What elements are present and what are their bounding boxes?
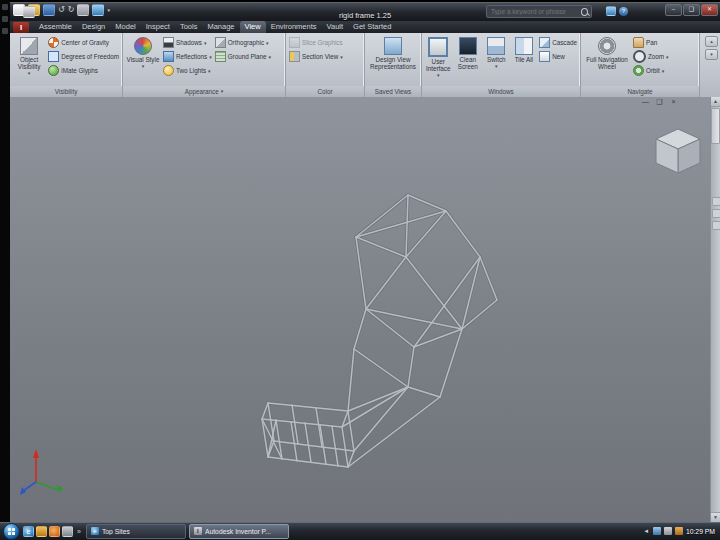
ribbon-minimize-button[interactable]: ▴ bbox=[705, 36, 718, 47]
chevron-down-icon: ▾ bbox=[209, 54, 212, 60]
reflections-label: Reflections bbox=[176, 53, 207, 60]
tab-view[interactable]: View bbox=[240, 21, 266, 33]
scrollbar-up-icon[interactable]: ▲ bbox=[711, 97, 720, 107]
full-navigation-wheel-button[interactable]: Full Navigation Wheel bbox=[584, 36, 630, 86]
ground-plane-button[interactable]: Ground Plane ▾ bbox=[215, 50, 271, 63]
user-interface-button[interactable]: User Interface ▾ bbox=[425, 36, 451, 86]
orbit-button[interactable]: Orbit ▾ bbox=[633, 64, 669, 77]
network-icon[interactable] bbox=[653, 527, 661, 535]
show-desktop-icon[interactable] bbox=[62, 526, 73, 537]
tile-all-button[interactable]: Tile All bbox=[512, 36, 537, 86]
doc-minimize-icon[interactable]: — bbox=[641, 98, 650, 106]
visual-style-button[interactable]: Visual Style ▾ bbox=[126, 36, 160, 86]
close-button[interactable]: ✕ bbox=[701, 4, 718, 16]
redo-icon[interactable]: ↻ bbox=[68, 5, 75, 15]
tab-inspect[interactable]: Inspect bbox=[141, 21, 175, 33]
tab-assemble[interactable]: Assemble bbox=[34, 21, 77, 33]
document-title: rigid frame 1.25 bbox=[339, 11, 391, 20]
tab-tools[interactable]: Tools bbox=[175, 21, 203, 33]
panel-label-appearance[interactable]: Appearance ▾ bbox=[123, 86, 285, 97]
search-icon[interactable] bbox=[581, 8, 588, 16]
switch-windows-icon bbox=[487, 37, 505, 55]
scrollbar-thumb[interactable] bbox=[711, 108, 720, 144]
undo-icon[interactable]: ↺ bbox=[58, 5, 65, 15]
reflections-button[interactable]: Reflections ▾ bbox=[163, 50, 212, 63]
navbar-wheel-icon[interactable] bbox=[712, 197, 720, 206]
tab-get-started[interactable]: Get Started bbox=[348, 21, 396, 33]
pan-button[interactable]: Pan bbox=[633, 36, 669, 49]
chevron-down-icon: ▾ bbox=[437, 73, 440, 78]
chevron-down-icon: ▾ bbox=[269, 54, 272, 60]
tab-environments[interactable]: Environments bbox=[266, 21, 322, 33]
ground-plane-icon bbox=[215, 51, 226, 62]
imate-glyphs-icon bbox=[48, 65, 59, 76]
volume-icon[interactable] bbox=[664, 527, 672, 535]
degrees-of-freedom-label: Degrees of Freedom bbox=[61, 53, 119, 60]
clean-screen-icon bbox=[459, 37, 477, 55]
quick-launch-media-icon[interactable] bbox=[49, 526, 60, 537]
pan-label: Pan bbox=[646, 39, 657, 46]
tab-manage[interactable]: Manage bbox=[202, 21, 239, 33]
tray-collapse-icon[interactable]: ◂ bbox=[644, 527, 648, 535]
iproperties-icon[interactable] bbox=[92, 4, 104, 16]
clean-screen-button[interactable]: Clean Screen bbox=[454, 36, 480, 86]
design-view-representations-button[interactable]: Design View Representations bbox=[368, 36, 418, 86]
center-of-gravity-button[interactable]: Center of Gravity bbox=[48, 36, 119, 49]
taskbar-button-inventor[interactable]: I Autodesk Inventor P... bbox=[189, 524, 289, 539]
cascade-button[interactable]: Cascade bbox=[539, 36, 577, 49]
security-icon[interactable] bbox=[675, 527, 683, 535]
switch-windows-button[interactable]: Switch ▾ bbox=[484, 36, 509, 86]
navbar-zoom-icon[interactable] bbox=[712, 221, 720, 230]
clock[interactable]: 10:29 PM bbox=[686, 528, 715, 535]
object-visibility-button[interactable]: Object Visibility ▾ bbox=[13, 36, 45, 86]
print-icon[interactable] bbox=[77, 4, 89, 16]
pan-icon bbox=[633, 37, 644, 48]
new-window-button[interactable]: New bbox=[539, 50, 577, 63]
tab-model[interactable]: Model bbox=[110, 21, 140, 33]
tab-vault[interactable]: Vault bbox=[322, 21, 349, 33]
tile-all-label: Tile All bbox=[515, 57, 533, 64]
two-lights-button[interactable]: Two Lights ▾ bbox=[163, 64, 212, 77]
slice-graphics-label: Slice Graphics bbox=[302, 39, 343, 46]
orthographic-button[interactable]: Orthographic ▾ bbox=[215, 36, 271, 49]
model-viewport[interactable]: — ❑ × ▲ ▼ bbox=[10, 97, 720, 522]
imate-glyphs-button[interactable]: iMate Glyphs bbox=[48, 64, 119, 77]
application-menu-icon[interactable] bbox=[23, 6, 35, 18]
quick-launch-overflow-icon[interactable]: » bbox=[77, 528, 81, 535]
doc-restore-icon[interactable]: ❑ bbox=[655, 98, 664, 106]
zoom-button[interactable]: Zoom ▾ bbox=[633, 50, 669, 63]
section-view-button[interactable]: Section View ▾ bbox=[289, 50, 343, 63]
object-visibility-icon bbox=[20, 37, 38, 55]
ribbon: Object Visibility ▾ Center of Gravity De… bbox=[10, 33, 720, 97]
taskbar-button-top-sites[interactable]: e Top Sites bbox=[86, 524, 186, 539]
viewport-scrollbar[interactable]: ▲ ▼ bbox=[710, 97, 720, 522]
minimize-button[interactable]: – bbox=[665, 4, 682, 16]
view-cube[interactable] bbox=[654, 123, 702, 177]
search-input[interactable] bbox=[489, 8, 581, 15]
origin-triad bbox=[16, 440, 68, 496]
qat-dropdown-icon[interactable]: ▾ bbox=[107, 7, 110, 13]
quick-launch-ie-icon[interactable]: e bbox=[23, 526, 34, 537]
help-icon[interactable]: ? bbox=[619, 7, 628, 16]
chevron-down-icon: ▾ bbox=[221, 86, 224, 97]
design-view-representations-label: Design View Representations bbox=[368, 57, 418, 71]
navbar-pan-icon[interactable] bbox=[712, 209, 720, 218]
degrees-of-freedom-button[interactable]: Degrees of Freedom bbox=[48, 50, 119, 63]
save-icon[interactable] bbox=[43, 4, 55, 16]
scrollbar-down-icon[interactable]: ▼ bbox=[711, 512, 720, 522]
inventor-logo-icon[interactable]: I bbox=[13, 22, 29, 33]
panel-navigate: Full Navigation Wheel Pan Zoom ▾ Orbit bbox=[581, 33, 700, 97]
ribbon-expand-button[interactable]: ▾ bbox=[705, 49, 718, 60]
ribbon-tab-row: I Assemble Design Model Inspect Tools Ma… bbox=[10, 21, 720, 33]
quick-launch-mail-icon[interactable] bbox=[36, 526, 47, 537]
maximize-button[interactable]: ❑ bbox=[683, 4, 700, 16]
start-button[interactable] bbox=[3, 523, 20, 540]
doc-close-icon[interactable]: × bbox=[669, 98, 678, 106]
tab-design[interactable]: Design bbox=[77, 21, 110, 33]
center-of-gravity-label: Center of Gravity bbox=[61, 39, 109, 46]
panel-label-saved-views: Saved Views bbox=[365, 86, 421, 97]
chevron-down-icon: ▾ bbox=[340, 54, 343, 60]
shadows-button[interactable]: Shadows ▾ bbox=[163, 36, 212, 49]
favorites-icon[interactable] bbox=[606, 6, 616, 16]
ie-icon: e bbox=[91, 527, 99, 535]
